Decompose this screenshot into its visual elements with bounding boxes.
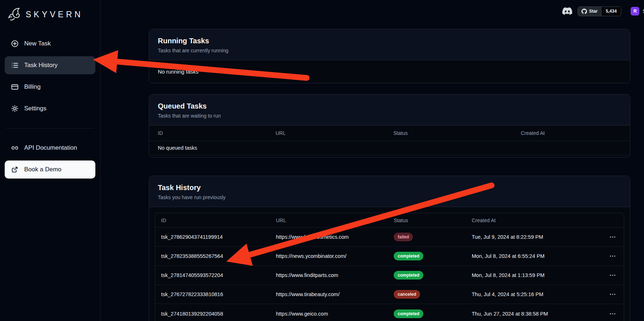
- task-history-header: Task History Tasks you have run previous…: [149, 176, 630, 207]
- row-actions-button[interactable]: [607, 232, 618, 242]
- user-name-truncated: S: [643, 8, 644, 14]
- queued-tasks-title: Queued Tasks: [158, 102, 621, 110]
- table-row[interactable]: tsk_278147405593572204 https://www.findi…: [155, 266, 624, 285]
- brand-name: SKYVERN: [26, 10, 83, 19]
- task-id: tsk_274180139292204058: [161, 311, 276, 317]
- column-header-status: Status: [393, 130, 521, 136]
- sidebar-item-label: Task History: [24, 62, 58, 69]
- task-history-table: ID URL Status Created At tsk_27862904374…: [155, 213, 624, 321]
- column-header-url: URL: [276, 130, 393, 136]
- running-tasks-empty: No running tasks: [149, 60, 630, 83]
- row-actions-button[interactable]: [607, 308, 618, 319]
- table-row[interactable]: tsk_274180139292204058 https://www.geico…: [155, 304, 624, 321]
- plus-circle-icon: [11, 40, 19, 48]
- row-actions-button[interactable]: [607, 270, 618, 281]
- status-badge: failed: [394, 233, 413, 241]
- status-badge: completed: [394, 271, 423, 280]
- task-id: tsk_278629043741199914: [161, 234, 276, 240]
- task-history-subtitle: Tasks you have run previously: [158, 194, 621, 200]
- task-url: https://www.tirabeauty.com/: [276, 291, 394, 297]
- sidebar-item-task-history[interactable]: Task History: [5, 56, 95, 74]
- sidebar-item-billing[interactable]: Billing: [5, 78, 95, 96]
- status-badge: canceled: [394, 290, 420, 299]
- skyvern-logo-icon: [7, 6, 22, 22]
- task-history-title: Task History: [158, 183, 621, 192]
- sidebar-item-api-documentation[interactable]: API Documentation: [5, 139, 95, 157]
- column-header-created-at: Created At: [472, 217, 598, 223]
- task-id: tsk_278147405593572204: [161, 272, 276, 278]
- list-icon: [11, 61, 19, 69]
- running-tasks-header: Running Tasks Tasks that are currently r…: [149, 29, 630, 60]
- queued-tasks-card: Queued Tasks Tasks that are waiting to r…: [149, 94, 630, 158]
- running-tasks-subtitle: Tasks that are currently running: [158, 48, 621, 53]
- status-badge: completed: [394, 252, 423, 260]
- ellipsis-icon: [609, 291, 616, 298]
- sidebar-item-label: Settings: [24, 105, 46, 112]
- ellipsis-icon: [609, 253, 616, 259]
- gear-icon: [11, 105, 19, 113]
- task-created-at: Mon, Jul 8, 2024 at 1:13:59 PM: [472, 272, 598, 278]
- sidebar-item-settings[interactable]: Settings: [5, 100, 95, 118]
- queued-tasks-subtitle: Tasks that are waiting to run: [158, 113, 621, 119]
- ellipsis-icon: [609, 272, 616, 278]
- main-content: Running Tasks Tasks that are currently r…: [149, 0, 630, 321]
- github-icon: [582, 9, 587, 14]
- column-header-id: ID: [158, 130, 276, 136]
- column-header-id: ID: [161, 217, 276, 223]
- github-star-label: Star: [589, 9, 597, 14]
- github-star-widget[interactable]: Star 5,434: [578, 6, 621, 16]
- table-row[interactable]: tsk_276727822333810816 https://www.tirab…: [155, 285, 624, 304]
- book-a-demo-button[interactable]: Book a Demo: [5, 160, 95, 179]
- credit-card-icon: [11, 83, 19, 91]
- link-icon: [11, 144, 19, 152]
- queued-tasks-empty: No queued tasks: [149, 141, 630, 155]
- running-tasks-title: Running Tasks: [158, 36, 621, 45]
- column-header-created-at: Created At: [521, 130, 621, 136]
- task-url: https://www.katecosmetics.com: [276, 234, 394, 240]
- ellipsis-icon: [609, 311, 616, 317]
- sidebar-divider: [6, 128, 94, 128]
- column-header-status: Status: [394, 217, 472, 223]
- task-history-rows: tsk_278629043741199914 https://www.katec…: [155, 228, 624, 321]
- sidebar-nav: New Task Task History Billing: [5, 35, 95, 179]
- sidebar-item-label: API Documentation: [24, 144, 77, 151]
- queued-tasks-table-header: ID URL Status Created At: [149, 126, 630, 141]
- sidebar-item-new-task[interactable]: New Task: [5, 35, 95, 53]
- discord-icon[interactable]: [562, 7, 572, 15]
- topbar: Star 5,434 R S: [562, 6, 644, 17]
- sidebar-item-label: New Task: [24, 40, 51, 47]
- column-header-url: URL: [276, 217, 394, 223]
- task-url: https://www.finditparts.com: [276, 272, 394, 278]
- task-id: tsk_278235388555267564: [161, 253, 276, 259]
- task-id: tsk_276727822333810816: [161, 291, 276, 297]
- task-created-at: Thu, Jul 4, 2024 at 5:25:16 PM: [472, 291, 598, 297]
- external-link-icon: [11, 166, 19, 173]
- sidebar-item-label: Book a Demo: [24, 166, 61, 173]
- row-actions-button[interactable]: [607, 251, 618, 261]
- row-actions-button[interactable]: [607, 289, 618, 300]
- sidebar-item-label: Billing: [24, 83, 40, 91]
- queued-tasks-header: Queued Tasks Tasks that are waiting to r…: [149, 94, 630, 126]
- table-row[interactable]: tsk_278629043741199914 https://www.katec…: [155, 228, 624, 247]
- task-created-at: Mon, Jul 8, 2024 at 6:55:24 PM: [472, 253, 598, 259]
- github-star-count: 5,434: [601, 7, 621, 16]
- task-created-at: Tue, Jul 9, 2024 at 8:22:59 PM: [472, 234, 598, 240]
- status-badge: completed: [394, 309, 423, 318]
- brand-logo: SKYVERN: [5, 5, 95, 26]
- task-url: https://news.ycombinator.com/: [276, 253, 394, 259]
- task-url: https://www.geico.com: [276, 311, 394, 317]
- running-tasks-card: Running Tasks Tasks that are currently r…: [149, 29, 630, 83]
- avatar[interactable]: R: [631, 7, 639, 16]
- task-history-table-header: ID URL Status Created At: [155, 213, 624, 228]
- ellipsis-icon: [609, 234, 616, 240]
- sidebar: SKYVERN New Task Task History: [0, 0, 100, 321]
- table-row[interactable]: tsk_278235388555267564 https://news.ycom…: [155, 247, 624, 266]
- task-history-card: Task History Tasks you have run previous…: [149, 176, 630, 321]
- task-created-at: Thu, Jun 27, 2024 at 8:38:58 PM: [472, 311, 598, 317]
